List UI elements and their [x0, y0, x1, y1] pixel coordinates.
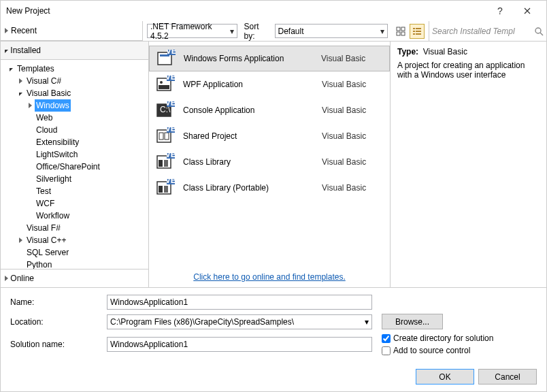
search-box[interactable]	[429, 21, 546, 41]
close-button[interactable]	[514, 1, 541, 21]
tree-python[interactable]: Python	[1, 259, 148, 269]
tree-vb-extensibility[interactable]: Extensibility	[1, 136, 148, 148]
template-name: Class Library (Portable)	[183, 183, 322, 193]
detail-type-label: Type:	[397, 47, 418, 56]
location-row: Location: C:\Program Files (x86)\GrapeCi…	[10, 314, 537, 329]
tree-vb-officesharepoint[interactable]: Office/SharePoint	[1, 161, 148, 173]
template-name: Shared Project	[183, 131, 322, 141]
svg-rect-38	[164, 186, 168, 193]
chevron-right-icon	[29, 99, 32, 112]
chevron-down-icon: ▾	[380, 27, 384, 36]
detail-type-row: Type: Visual Basic	[397, 47, 540, 56]
svg-rect-2	[397, 32, 400, 35]
search-icon	[534, 27, 544, 36]
template-lang: Visual Basic	[322, 105, 383, 115]
tree-vb-workflow[interactable]: Workflow	[1, 210, 148, 222]
template-lang: Visual Basic	[322, 183, 383, 193]
svg-rect-3	[401, 32, 405, 35]
framework-value: .NET Framework 4.5.2	[150, 22, 226, 41]
template-icon: VB	[156, 179, 173, 197]
view-large-icons[interactable]	[393, 24, 408, 39]
solution-label: Solution name:	[10, 340, 107, 349]
tree-vb-silverlight[interactable]: Silverlight	[1, 173, 148, 185]
location-value: C:\Program Files (x86)\GrapeCity\SpreadS…	[110, 317, 365, 327]
online-section-header[interactable]: Online	[1, 269, 148, 287]
template-row[interactable]: VBClass Library (Portable)Visual Basic	[149, 175, 390, 201]
go-online-link[interactable]: Click here to go online and find templat…	[193, 272, 345, 282]
sortby-value: Default	[278, 27, 304, 36]
view-list[interactable]	[410, 24, 425, 39]
template-lang: Visual Basic	[322, 157, 383, 167]
svg-rect-32	[159, 160, 163, 167]
create-dir-label: Create directory for solution	[393, 333, 493, 343]
svg-text:VB: VB	[165, 101, 175, 108]
tree-vb-windows[interactable]: Windows	[1, 99, 148, 112]
add-source-check[interactable]	[382, 346, 391, 355]
browse-button[interactable]: Browse...	[382, 314, 443, 329]
template-lang: Visual Basic	[322, 131, 383, 141]
tree-visual-basic[interactable]: Visual Basic	[1, 87, 148, 99]
sortby-combo[interactable]: Default ▾	[275, 24, 388, 38]
help-button[interactable]: ?	[486, 1, 514, 21]
template-row[interactable]: VBClass LibraryVisual Basic	[149, 149, 390, 175]
top-toolbar-row: Recent .NET Framework 4.5.2 ▾ Sort by: D…	[1, 21, 546, 42]
name-row: Name:	[10, 295, 537, 310]
chevron-right-icon	[19, 234, 22, 246]
main-area: Installed Templates Visual C# Visual Bas…	[1, 42, 546, 287]
solution-input[interactable]	[107, 337, 372, 352]
template-list: VBWindows Forms ApplicationVisual BasicV…	[149, 42, 390, 267]
svg-point-10	[535, 28, 541, 33]
window-title: New Project	[6, 6, 486, 16]
add-source-checkbox[interactable]: Add to source control	[382, 346, 493, 355]
svg-line-11	[540, 33, 543, 35]
svg-text:VB: VB	[166, 50, 176, 56]
recent-section-header[interactable]: Recent	[1, 21, 143, 41]
checkbox-group: Create directory for solution Add to sou…	[382, 333, 493, 355]
name-label: Name:	[10, 297, 107, 307]
template-name: Class Library	[183, 157, 322, 167]
chevron-down-icon: ▾	[230, 27, 234, 36]
name-input[interactable]	[107, 295, 372, 310]
detail-pane: Type: Visual Basic A project for creatin…	[390, 42, 546, 287]
create-dir-check[interactable]	[382, 334, 391, 343]
svg-rect-33	[164, 160, 168, 167]
tree-visual-fsharp[interactable]: Visual F#	[1, 222, 148, 234]
tree-vb-lightswitch[interactable]: LightSwitch	[1, 148, 148, 161]
tree-vb-wcf[interactable]: WCF	[1, 197, 148, 210]
sidebar: Installed Templates Visual C# Visual Bas…	[1, 42, 149, 287]
online-link-row: Click here to go online and find templat…	[149, 267, 390, 287]
framework-combo[interactable]: .NET Framework 4.5.2 ▾	[147, 24, 237, 38]
svg-text:VB: VB	[165, 179, 175, 185]
template-row[interactable]: VBWPF ApplicationVisual Basic	[149, 71, 390, 97]
template-row[interactable]: VBWindows Forms ApplicationVisual Basic	[149, 46, 390, 71]
chevron-right-icon	[19, 75, 22, 87]
location-combo[interactable]: C:\Program Files (x86)\GrapeCity\SpreadS…	[107, 314, 372, 329]
cancel-button[interactable]: Cancel	[478, 369, 537, 385]
recent-label: Recent	[11, 26, 37, 35]
tree-sql-server[interactable]: SQL Server	[1, 246, 148, 259]
ok-button[interactable]: OK	[416, 369, 474, 385]
svg-text:VB: VB	[165, 76, 175, 82]
template-row[interactable]: C:\VBConsole ApplicationVisual Basic	[149, 97, 390, 123]
svg-text:VB: VB	[165, 127, 175, 133]
svg-rect-1	[401, 27, 405, 31]
tree-vb-cloud[interactable]: Cloud	[1, 124, 148, 136]
close-icon	[524, 7, 531, 14]
sortby-label: Sort by:	[244, 22, 271, 41]
installed-section-header[interactable]: Installed	[1, 42, 148, 60]
tree-visual-cpp[interactable]: Visual C++	[1, 234, 148, 246]
search-input[interactable]	[432, 27, 534, 36]
create-dir-checkbox[interactable]: Create directory for solution	[382, 333, 493, 343]
template-row[interactable]: VBShared ProjectVisual Basic	[149, 123, 390, 149]
svg-rect-17	[159, 85, 169, 89]
tree-vb-test[interactable]: Test	[1, 185, 148, 197]
grid-icon	[396, 27, 405, 36]
svg-rect-37	[159, 186, 163, 193]
tree-visual-csharp[interactable]: Visual C#	[1, 75, 148, 87]
template-name: WPF Application	[183, 80, 322, 89]
tree-templates[interactable]: Templates	[1, 63, 148, 75]
chevron-right-icon	[5, 26, 8, 35]
chevron-down-icon: ▾	[365, 317, 369, 327]
tree-vb-web[interactable]: Web	[1, 112, 148, 124]
location-label: Location:	[10, 317, 107, 327]
